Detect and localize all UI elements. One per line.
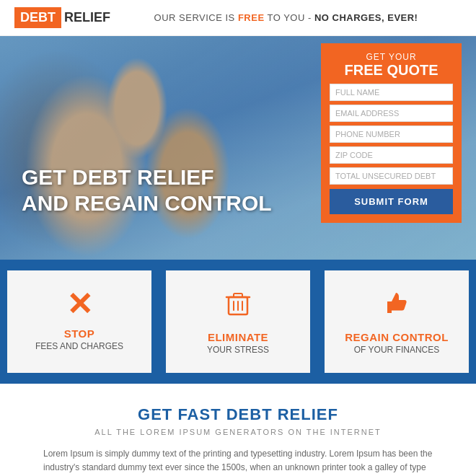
info-subtitle: ALL THE LOREM IPSUM GENERATORS ON THE IN… [43, 428, 433, 436]
stop-icon: ✕ [66, 288, 93, 320]
quote-form: GET YOUR FREE QUOTE SUBMIT FORM [321, 43, 462, 223]
form-header-top: GET YOUR [330, 52, 453, 62]
zip-input[interactable] [330, 146, 453, 164]
feature-eliminate-title: ELIMINATE [208, 331, 268, 343]
header-tagline: OUR SERVICE IS FREE TO YOU - NO CHARGES,… [110, 12, 462, 23]
logo: DEBT RELIEF [14, 7, 110, 28]
hero-section: GET DEBT RELIEF AND REGAIN CONTROL GET Y… [0, 36, 476, 260]
tagline-pre: OUR SERVICE IS [154, 12, 238, 23]
feature-stop-subtitle: FEES AND CHARGES [35, 341, 123, 351]
features-section: ✕ STOP FEES AND CHARGES ELIMINATE YOUR S… [0, 260, 476, 384]
page-header: DEBT RELIEF OUR SERVICE IS FREE TO YOU -… [0, 0, 476, 36]
submit-button[interactable]: SUBMIT FORM [330, 189, 453, 214]
hero-line1: GET DEBT RELIEF [22, 165, 214, 189]
feature-eliminate: ELIMINATE YOUR STRESS [166, 270, 310, 373]
hero-text-block: GET DEBT RELIEF AND REGAIN CONTROL [22, 164, 272, 216]
info-section: GET FAST DEBT RELIEF ALL THE LOREM IPSUM… [0, 384, 476, 476]
info-body: Lorem Ipsum is simply dummy text of the … [43, 447, 433, 476]
logo-debt: DEBT [14, 7, 61, 28]
hero-line2: AND REGAIN CONTROL [22, 191, 272, 215]
feature-regain-subtitle: OF YOUR FINANCES [354, 345, 439, 355]
phone-input[interactable] [330, 125, 453, 143]
tagline-no-charges: NO CHARGES, EVER! [314, 12, 418, 23]
feature-regain: REGAIN CONTROL OF YOUR FINANCES [325, 270, 469, 373]
form-header: GET YOUR FREE QUOTE [330, 52, 453, 78]
info-heading: GET FAST DEBT RELIEF [43, 405, 433, 424]
debt-input[interactable] [330, 167, 453, 185]
full-name-input[interactable] [330, 84, 453, 101]
form-header-main: FREE QUOTE [330, 62, 453, 78]
trash-icon [223, 288, 253, 324]
tagline-mid: TO YOU - [265, 12, 314, 23]
feature-stop-title: STOP [64, 327, 95, 340]
feature-regain-title: REGAIN CONTROL [345, 331, 449, 343]
svg-rect-2 [234, 294, 242, 297]
feature-stop: ✕ STOP FEES AND CHARGES [7, 270, 151, 373]
tagline-free: FREE [238, 12, 265, 23]
thumbsup-icon [382, 288, 412, 324]
logo-relief: RELIEF [64, 10, 110, 25]
hero-headline: GET DEBT RELIEF AND REGAIN CONTROL [22, 164, 272, 216]
feature-eliminate-subtitle: YOUR STRESS [207, 345, 269, 355]
email-input[interactable] [330, 105, 453, 122]
